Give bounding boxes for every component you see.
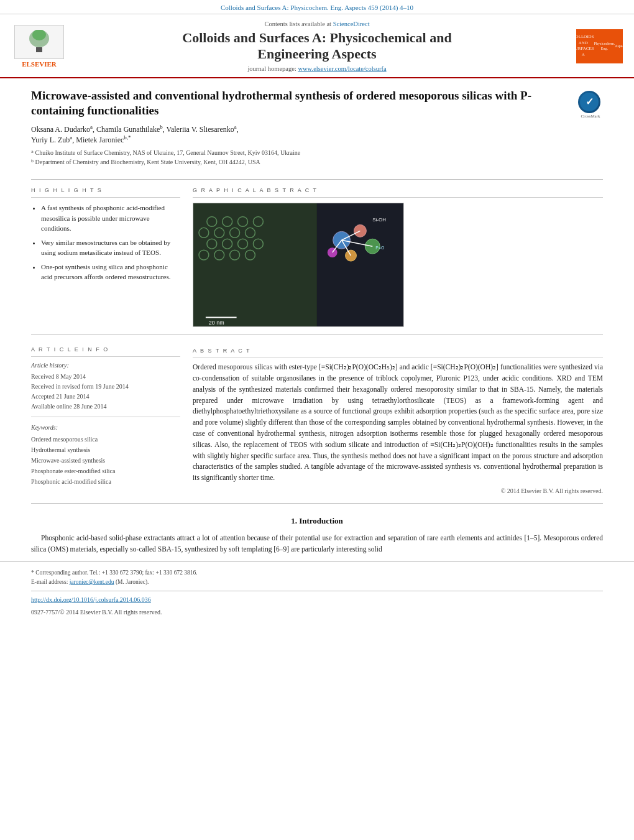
svg-rect-6 <box>193 203 317 327</box>
graphical-abstract-svg: Si-OH P=O 20 nm <box>193 203 403 327</box>
keyword-5: Phosphonic acid-modified silica <box>31 476 180 487</box>
journal-header: ELSEVIER Contents lists available at Sci… <box>0 14 634 78</box>
abstract-column: A B S T R A C T Ordered mesoporous silic… <box>193 346 603 494</box>
highlight-item-2: Very similar mesostructures can be obtai… <box>41 238 180 258</box>
homepage-link[interactable]: www.elsevier.com/locate/colsurfa <box>298 65 386 72</box>
keywords-label: Keywords: <box>31 422 180 433</box>
introduction-section: 1. Introduction Phosphonic acid-based so… <box>0 510 634 561</box>
highlights-heading: H I G H L I G H T S <box>31 187 180 193</box>
paper-title-row: Microwave-assisted and conventional hydr… <box>31 88 603 119</box>
journal-center: Contents lists available at ScienceDirec… <box>67 21 567 72</box>
elsevier-logo: ELSEVIER <box>11 25 67 68</box>
crossmark-icon: ✓ <box>578 91 600 113</box>
email-label: E-mail address: <box>31 579 68 585</box>
graphical-abstract-heading: G R A P H I C A L A B S T R A C T <box>193 187 603 193</box>
highlight-item-3: One-pot synthesis using silica and phosp… <box>41 262 180 282</box>
paper-area: Microwave-assisted and conventional hydr… <box>0 78 634 179</box>
top-citation-bar: Colloids and Surfaces A: Physicochem. En… <box>0 0 634 14</box>
svg-text:P=O: P=O <box>375 246 385 250</box>
keyword-4: Phosphonate ester-modified silica <box>31 466 180 476</box>
authors: Oksana A. Dudarkoa, Chamila Gunathilakeb… <box>31 124 603 145</box>
journal-title: Colloids and Surfaces A: Physicochemical… <box>73 30 561 63</box>
corresponding-author: * Corresponding author. Tel.: +1 330 672… <box>31 568 603 578</box>
affiliation-b: ᵇ Department of Chemistry and Biochemist… <box>31 157 603 167</box>
intro-heading: 1. Introduction <box>31 516 603 526</box>
svg-rect-0 <box>36 47 42 52</box>
paper-title: Microwave-assisted and conventional hydr… <box>31 88 578 119</box>
contents-prefix: Contents lists available at <box>264 21 331 27</box>
keyword-3: Microwave-assisted synthesis <box>31 455 180 466</box>
revised-date: Received in revised form 19 June 2014 <box>31 382 180 392</box>
doi-line: http://dx.doi.org/10.1016/j.colsurfa.201… <box>31 595 603 605</box>
right-publisher-logo: COLLOIDSANDSURFACESAPhysicochem. Eng.Asp… <box>576 29 623 63</box>
article-info-column: A R T I C L E I N F O Article history: R… <box>31 345 180 494</box>
article-info-abstract-section: A R T I C L E I N F O Article history: R… <box>0 341 634 494</box>
issn-line: 0927-7757/© 2014 Elsevier B.V. All right… <box>31 607 603 617</box>
sciencedirect-link[interactable]: ScienceDirect <box>333 21 370 27</box>
keyword-2: Hydrothermal synthesis <box>31 445 180 455</box>
email-link[interactable]: jaroniec@kent.edu <box>70 579 114 585</box>
highlights-column: H I G H L I G H T S A fast synthesis of … <box>31 186 180 327</box>
svg-text:Si-OH: Si-OH <box>372 218 386 223</box>
svg-point-28 <box>328 247 338 257</box>
elsevier-text: ELSEVIER <box>22 60 57 68</box>
graphical-abstract-column: G R A P H I C A L A B S T R A C T <box>193 186 603 327</box>
footnote-area: * Corresponding author. Tel.: +1 330 672… <box>0 561 634 621</box>
accepted-date: Accepted 21 June 2014 <box>31 392 180 402</box>
affiliation-a: ᵃ Chuiko Institute of Surface Chemistry,… <box>31 148 603 157</box>
received-date: Received 8 May 2014 <box>31 372 180 382</box>
keywords-section: Keywords: Ordered mesoporous silica Hydr… <box>31 422 180 487</box>
intro-paragraph-1: Phosphonic acid-based solid-phase extrac… <box>31 532 603 555</box>
keyword-1: Ordered mesoporous silica <box>31 434 180 445</box>
history-label: Article history: <box>31 361 180 371</box>
elsevier-logo-box <box>14 25 64 59</box>
abstract-heading: A B S T R A C T <box>193 348 603 354</box>
article-info-heading: A R T I C L E I N F O <box>31 346 180 353</box>
abstract-text: Ordered mesoporous silicas with ester-ty… <box>193 362 603 484</box>
highlights-abstract-section: H I G H L I G H T S A fast synthesis of … <box>0 180 634 327</box>
journal-homepage: journal homepage: www.elsevier.com/locat… <box>73 65 561 72</box>
email-name: (M. Jaroniec). <box>116 579 149 585</box>
online-date: Available online 28 June 2014 <box>31 402 180 412</box>
elsevier-tree-icon <box>24 30 55 53</box>
citation-text: Colloids and Surfaces A: Physicochem. En… <box>221 4 413 11</box>
doi-link[interactable]: http://dx.doi.org/10.1016/j.colsurfa.201… <box>31 596 151 603</box>
contents-available-line: Contents lists available at ScienceDirec… <box>73 21 561 27</box>
highlights-list: A fast synthesis of phosphonic acid-modi… <box>31 203 180 282</box>
article-history: Article history: Received 8 May 2014 Rec… <box>31 361 180 412</box>
svg-text:20 nm: 20 nm <box>209 320 224 326</box>
highlight-item-1: A fast synthesis of phosphonic acid-modi… <box>41 203 180 234</box>
email-line: E-mail address: jaroniec@kent.edu (M. Ja… <box>31 578 603 587</box>
copyright-line: © 2014 Elsevier B.V. All rights reserved… <box>193 487 603 494</box>
affiliations: ᵃ Chuiko Institute of Surface Chemistry,… <box>31 148 603 167</box>
right-logo-area: COLLOIDSANDSURFACESAPhysicochem. Eng.Asp… <box>567 29 623 63</box>
svg-text:✓: ✓ <box>586 96 594 107</box>
graphical-abstract-image: Si-OH P=O 20 nm <box>193 203 404 327</box>
crossmark-badge[interactable]: ✓ CrossMark <box>578 91 603 116</box>
svg-rect-7 <box>317 203 403 327</box>
